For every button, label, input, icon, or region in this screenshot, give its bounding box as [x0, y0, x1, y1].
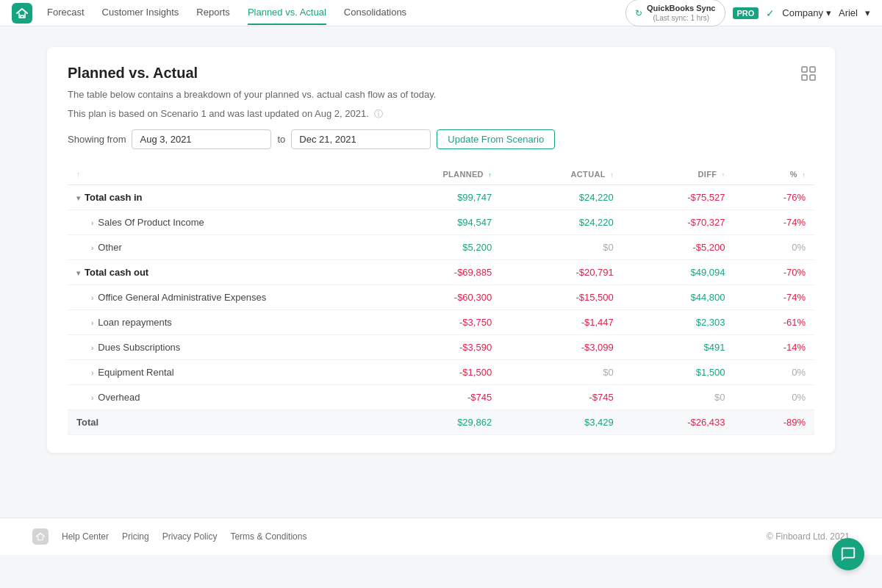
table-row: ›Equipment Rental -$1,500 $0 $1,500 0% — [68, 360, 814, 385]
row-planned: -$745 — [366, 385, 501, 410]
row-diff: -$75,527 — [623, 185, 734, 210]
nav-planned-vs-actual[interactable]: Planned vs. Actual — [248, 1, 326, 25]
footer-left: Help Center Pricing Privacy Policy Terms… — [32, 528, 306, 545]
table-row: ›Office General Administrative Expenses … — [68, 285, 814, 310]
row-label: Total — [68, 410, 366, 435]
chevron-down-icon: ▾ — [826, 7, 831, 18]
row-percent: 0% — [734, 360, 814, 385]
row-label: ›Dues Subscriptions — [68, 335, 366, 360]
user-menu[interactable]: Ariel — [839, 7, 858, 18]
nav-consolidations[interactable]: Consolidations — [344, 1, 406, 25]
col-header-planned[interactable]: PLANNED ↑ — [366, 164, 501, 185]
svg-rect-3 — [802, 75, 807, 80]
chat-icon — [840, 546, 856, 562]
row-planned: $94,547 — [366, 210, 501, 235]
export-icon[interactable] — [797, 62, 820, 85]
page-desc-1: The table below contains a breakdown of … — [68, 87, 814, 102]
table-row: ›Sales Of Product Income $94,547 $24,220… — [68, 210, 814, 235]
row-diff: $2,303 — [623, 310, 734, 335]
chat-button[interactable] — [832, 538, 864, 570]
row-planned: -$60,300 — [366, 285, 501, 310]
row-planned: -$3,590 — [366, 335, 501, 360]
row-planned: -$3,750 — [366, 310, 501, 335]
quickbooks-sync-button[interactable]: ↻ QuickBooks Sync (Last sync: 1 hrs) — [625, 0, 725, 26]
footer-terms[interactable]: Terms & Conditions — [230, 531, 306, 542]
planned-vs-actual-card: Planned vs. Actual The table below conta… — [47, 47, 835, 453]
table-row: ›Overhead -$745 -$745 $0 0% — [68, 385, 814, 410]
row-diff: $44,800 — [623, 285, 734, 310]
page-title: Planned vs. Actual — [68, 65, 814, 82]
main-content: Planned vs. Actual The table below conta… — [15, 26, 867, 473]
expand-icon[interactable]: › — [91, 319, 93, 327]
row-label: ›Overhead — [68, 385, 366, 410]
expand-icon[interactable]: › — [91, 369, 93, 377]
update-from-scenario-button[interactable]: Update From Scenario — [437, 129, 555, 149]
row-planned: $29,862 — [366, 410, 501, 435]
date-to-input[interactable] — [291, 129, 431, 149]
help-icon[interactable]: ⓘ — [374, 109, 383, 119]
row-percent: 0% — [734, 385, 814, 410]
svg-rect-4 — [810, 75, 815, 80]
expand-icon[interactable]: › — [91, 394, 93, 402]
col-header-actual[interactable]: ACTUAL ↑ — [501, 164, 623, 185]
row-actual: -$1,447 — [501, 310, 623, 335]
nav-forecast[interactable]: Forecast — [47, 1, 85, 25]
footer-help-center[interactable]: Help Center — [62, 531, 109, 542]
expand-icon[interactable]: › — [91, 294, 93, 302]
row-label: ›Office General Administrative Expenses — [68, 285, 366, 310]
svg-rect-5 — [32, 528, 49, 545]
collapse-icon[interactable]: ▾ — [76, 269, 80, 277]
nav-reports[interactable]: Reports — [196, 1, 230, 25]
row-percent: -89% — [734, 410, 814, 435]
footer-pricing[interactable]: Pricing — [122, 531, 149, 542]
data-table-wrap: ↑ PLANNED ↑ ACTUAL ↑ DIFF ↑ — [68, 164, 814, 435]
footer-privacy-policy[interactable]: Privacy Policy — [162, 531, 218, 542]
quickbooks-sublabel: (Last sync: 1 hrs) — [647, 13, 716, 23]
page-desc-2: This plan is based on Scenario 1 and was… — [68, 107, 814, 121]
nav-right: ↻ QuickBooks Sync (Last sync: 1 hrs) PRO… — [625, 0, 870, 26]
sort-icon-label[interactable]: ↑ — [76, 170, 81, 179]
row-percent: -76% — [734, 185, 814, 210]
row-percent: -61% — [734, 310, 814, 335]
user-chevron-icon: ▾ — [865, 7, 870, 18]
expand-icon[interactable]: › — [91, 344, 93, 352]
row-actual: -$745 — [501, 385, 623, 410]
col-header-percent[interactable]: % ↑ — [734, 164, 814, 185]
row-label: ›Loan repayments — [68, 310, 366, 335]
row-diff: -$5,200 — [623, 235, 734, 260]
showing-from-label: Showing from — [68, 134, 126, 145]
svg-rect-2 — [810, 67, 815, 72]
row-actual: -$3,099 — [501, 335, 623, 360]
row-percent: 0% — [734, 235, 814, 260]
footer-copyright: © Finboard Ltd. 2021 — [767, 531, 850, 542]
row-diff: $0 — [623, 385, 734, 410]
check-icon: ✓ — [766, 7, 775, 19]
table-row: ›Dues Subscriptions -$3,590 -$3,099 $491… — [68, 335, 814, 360]
table-row: Total $29,862 $3,429 -$26,433 -89% — [68, 410, 814, 435]
row-label: ▾Total cash in — [68, 185, 366, 210]
diff-sort-icon: ↑ — [722, 171, 725, 179]
row-diff: -$26,433 — [623, 410, 734, 435]
col-header-diff[interactable]: DIFF ↑ — [623, 164, 734, 185]
footer-logo — [32, 528, 49, 545]
app-logo[interactable] — [12, 3, 32, 24]
collapse-icon[interactable]: ▾ — [76, 194, 80, 202]
row-actual: -$20,791 — [501, 260, 623, 285]
row-actual: $0 — [501, 360, 623, 385]
row-label: ›Sales Of Product Income — [68, 210, 366, 235]
expand-icon[interactable]: › — [91, 219, 93, 227]
row-actual: $24,220 — [501, 185, 623, 210]
to-label: to — [277, 134, 285, 145]
expand-icon[interactable]: › — [91, 244, 93, 252]
company-selector[interactable]: Company ▾ — [782, 7, 831, 18]
date-from-input[interactable] — [132, 129, 271, 149]
row-actual: $3,429 — [501, 410, 623, 435]
table-row: ▾Total cash in $99,747 $24,220 -$75,527 … — [68, 185, 814, 210]
row-label: ›Equipment Rental — [68, 360, 366, 385]
nav-customer-insights[interactable]: Customer Insights — [102, 1, 179, 25]
row-actual: $24,220 — [501, 210, 623, 235]
row-label: ›Other — [68, 235, 366, 260]
row-diff: -$70,327 — [623, 210, 734, 235]
svg-rect-0 — [12, 3, 32, 24]
table-row: ›Other $5,200 $0 -$5,200 0% — [68, 235, 814, 260]
